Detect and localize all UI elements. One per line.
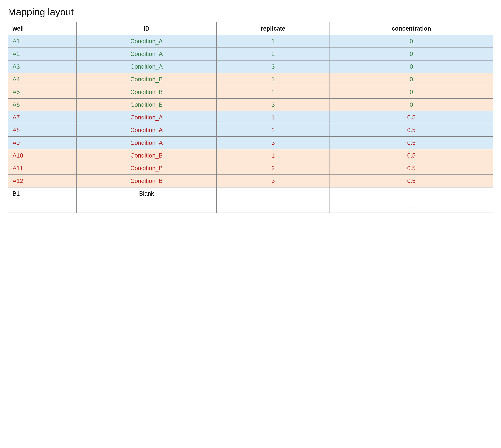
cell-concentration: 0.5 [330, 149, 493, 162]
cell-id: Condition_B [76, 149, 217, 162]
table-row: B1Blank [8, 187, 493, 200]
cell-id: Condition_A [76, 35, 217, 48]
cell-well: A2 [8, 48, 76, 60]
cell-replicate [216, 187, 330, 200]
cell-well: A1 [8, 35, 76, 48]
cell-concentration: 0 [330, 35, 493, 48]
cell-id: Condition_B [76, 86, 217, 98]
cell-replicate: 3 [216, 98, 330, 111]
table-row: A10Condition_B10.5 [8, 149, 493, 162]
col-header-replicate: replicate [216, 22, 330, 35]
cell-concentration: 0 [330, 86, 493, 98]
cell-concentration: 0.5 [330, 137, 493, 149]
cell-id: Blank [76, 187, 217, 200]
col-header-id: ID [76, 22, 217, 35]
cell-well: B1 [8, 187, 76, 200]
page-title: Mapping layout [8, 6, 493, 17]
cell-concentration: 0 [330, 48, 493, 60]
cell-replicate: 2 [216, 48, 330, 60]
cell-replicate: 1 [216, 35, 330, 48]
cell-id: Condition_A [76, 137, 217, 149]
cell-well: A7 [8, 111, 76, 124]
cell-well: A4 [8, 73, 76, 86]
cell-id: Condition_B [76, 175, 217, 187]
cell-id: Condition_A [76, 111, 217, 124]
cell-id: Condition_A [76, 48, 217, 60]
cell-well: … [8, 200, 76, 213]
cell-well: A12 [8, 175, 76, 187]
cell-well: A9 [8, 137, 76, 149]
cell-replicate: 1 [216, 73, 330, 86]
cell-id: Condition_B [76, 162, 217, 175]
cell-id: Condition_B [76, 98, 217, 111]
cell-concentration: 0.5 [330, 162, 493, 175]
cell-well: A11 [8, 162, 76, 175]
cell-concentration: 0.5 [330, 111, 493, 124]
cell-concentration: … [330, 200, 493, 213]
table-row: A5Condition_B20 [8, 86, 493, 98]
cell-concentration: 0 [330, 98, 493, 111]
table-row: A7Condition_A10.5 [8, 111, 493, 124]
table-row: A2Condition_A20 [8, 48, 493, 60]
table-row: A12Condition_B30.5 [8, 175, 493, 187]
cell-replicate: 1 [216, 111, 330, 124]
cell-well: A6 [8, 98, 76, 111]
table-row: A8Condition_A20.5 [8, 124, 493, 137]
table-row: A1Condition_A10 [8, 35, 493, 48]
cell-id: Condition_A [76, 60, 217, 73]
cell-replicate: 2 [216, 162, 330, 175]
cell-replicate: 3 [216, 60, 330, 73]
col-header-well: well [8, 22, 76, 35]
cell-replicate: 3 [216, 175, 330, 187]
cell-concentration: 0.5 [330, 124, 493, 137]
cell-well: A5 [8, 86, 76, 98]
cell-well: A10 [8, 149, 76, 162]
cell-replicate: 1 [216, 149, 330, 162]
table-row: ………… [8, 200, 493, 213]
cell-replicate: 2 [216, 124, 330, 137]
table-row: A11Condition_B20.5 [8, 162, 493, 175]
cell-concentration [330, 187, 493, 200]
col-header-concentration: concentration [330, 22, 493, 35]
cell-concentration: 0 [330, 73, 493, 86]
cell-well: A8 [8, 124, 76, 137]
cell-id: Condition_B [76, 73, 217, 86]
cell-id: Condition_A [76, 124, 217, 137]
cell-well: A3 [8, 60, 76, 73]
cell-id: … [76, 200, 217, 213]
table-header-row: well ID replicate concentration [8, 22, 493, 35]
table-row: A4Condition_B10 [8, 73, 493, 86]
cell-concentration: 0.5 [330, 175, 493, 187]
table-row: A9Condition_A30.5 [8, 137, 493, 149]
cell-concentration: 0 [330, 60, 493, 73]
cell-replicate: 3 [216, 137, 330, 149]
table-row: A6Condition_B30 [8, 98, 493, 111]
mapping-table: well ID replicate concentration A1Condit… [8, 22, 493, 213]
cell-replicate: … [216, 200, 330, 213]
table-row: A3Condition_A30 [8, 60, 493, 73]
cell-replicate: 2 [216, 86, 330, 98]
